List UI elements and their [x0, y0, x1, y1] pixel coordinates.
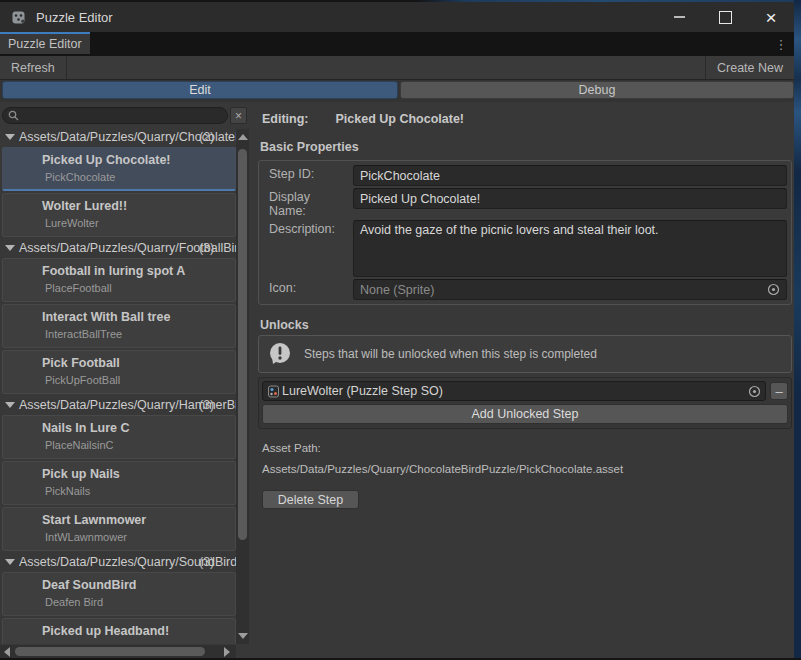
- step-id-field[interactable]: PickChocolate: [353, 165, 787, 186]
- horizontal-scroll-thumb[interactable]: [15, 647, 205, 656]
- step-card-id: PickChocolate: [45, 171, 235, 183]
- step-card-title: Deaf SoundBird: [42, 578, 235, 592]
- basic-properties-box: Step ID: PickChocolate Display Name: Pic…: [258, 160, 792, 305]
- step-card[interactable]: Deaf SoundBirdDeafen Bird: [2, 572, 236, 616]
- step-id-row: Step ID: PickChocolate: [263, 165, 787, 186]
- step-card-title: Start Lawnmower: [42, 513, 235, 527]
- step-id-label: Step ID:: [263, 165, 349, 186]
- title-bar[interactable]: Puzzle Editor ×: [0, 2, 794, 32]
- minimize-button[interactable]: [656, 2, 702, 32]
- step-card-id: PlaceFootball: [45, 282, 235, 294]
- unlocks-list-box: LureWolter (Puzzle Step SO) – Add Unlock…: [258, 377, 792, 429]
- add-unlocked-step-button[interactable]: Add Unlocked Step: [262, 404, 788, 424]
- step-card-id: InteractBallTree: [45, 328, 235, 340]
- display-name-label: Display Name:: [263, 188, 349, 218]
- create-new-button[interactable]: Create New: [706, 56, 794, 79]
- unlocks-help-box: Steps that will be unlocked when this st…: [258, 335, 792, 373]
- group-count: (2): [199, 130, 214, 144]
- search-field[interactable]: [2, 107, 228, 124]
- close-button[interactable]: ×: [748, 2, 794, 32]
- icon-object-value: None (Sprite): [360, 283, 434, 297]
- display-name-field[interactable]: Picked Up Chocolate!: [353, 188, 787, 209]
- window-controls: ×: [656, 2, 794, 32]
- step-card-title: Football in luring spot A: [42, 264, 235, 278]
- search-row: ×: [0, 107, 250, 125]
- step-card-id: PlaceNailsinC: [45, 439, 235, 451]
- group-header[interactable]: Assets/Data/Puzzles/Quarry/HammerBirdPuz…: [0, 396, 236, 414]
- step-card-title: Picked up Headband!: [42, 624, 235, 638]
- search-input[interactable]: [23, 108, 217, 124]
- step-card[interactable]: Football in luring spot APlaceFootball: [2, 258, 236, 302]
- vertical-scroll-thumb[interactable]: [238, 149, 247, 540]
- refresh-button[interactable]: Refresh: [0, 56, 66, 79]
- remove-unlocked-step-button[interactable]: –: [770, 382, 788, 400]
- asset-path-value: Assets/Data/Puzzles/Quarry/ChocolateBird…: [262, 463, 794, 476]
- foldout-open-icon[interactable]: [5, 559, 15, 565]
- puzzle-editor-window: Puzzle Editor × Puzzle Editor ⋮ Refresh …: [0, 0, 801, 660]
- minimize-icon: [674, 16, 685, 18]
- group-header[interactable]: Assets/Data/Puzzles/Quarry/ChocolateBird…: [0, 128, 236, 146]
- object-picker-icon[interactable]: [748, 385, 761, 398]
- list-vertical-scrollbar[interactable]: [236, 129, 249, 644]
- step-card[interactable]: Interact With Ball treeInteractBallTree: [2, 304, 236, 348]
- delete-step-button[interactable]: Delete Step: [262, 490, 359, 509]
- group-header[interactable]: Assets/Data/Puzzles/Quarry/SoundBirdPuzz…: [0, 553, 236, 571]
- unlocked-step-name: LureWolter (Puzzle Step SO): [282, 384, 443, 398]
- list-horizontal-scrollbar[interactable]: [0, 645, 236, 658]
- tab-debug[interactable]: Debug: [400, 81, 794, 99]
- step-card-title: Wolter Lured!!: [42, 199, 235, 213]
- search-clear-button[interactable]: ×: [230, 107, 247, 124]
- step-card-id: IntWLawnmower: [45, 531, 235, 543]
- step-card[interactable]: Start LawnmowerIntWLawnmower: [2, 507, 236, 551]
- step-card-id: PickNails: [45, 485, 235, 497]
- basic-properties-title: Basic Properties: [260, 140, 794, 155]
- group-count: (3): [199, 398, 214, 412]
- description-field[interactable]: Avoid the gaze of the picnic lovers and …: [353, 220, 787, 277]
- step-list-sidebar: × Assets/Data/Puzzles/Quarry/ChocolateBi…: [0, 102, 250, 658]
- unlocked-step-object-field[interactable]: LureWolter (Puzzle Step SO): [262, 381, 766, 401]
- scroll-left-icon[interactable]: [4, 647, 10, 657]
- scroll-right-icon[interactable]: [224, 647, 230, 657]
- step-editor-panel: Editing: Picked Up Chocolate! Basic Prop…: [250, 102, 794, 658]
- maximize-icon: [719, 11, 732, 24]
- group-count: (3): [199, 555, 214, 569]
- mode-tabs: Edit Debug: [0, 80, 794, 102]
- info-icon: [267, 341, 294, 368]
- scroll-down-icon[interactable]: [238, 633, 248, 639]
- step-card[interactable]: Pick up NailsPickNails: [2, 461, 236, 505]
- foldout-open-icon[interactable]: [5, 245, 15, 251]
- editing-label: Editing:: [262, 112, 309, 127]
- step-card-title: Nails In Lure C: [42, 421, 235, 435]
- toolbar-separator: [66, 56, 67, 79]
- icon-object-field[interactable]: None (Sprite): [353, 279, 787, 300]
- icon-row: Icon: None (Sprite): [263, 279, 787, 300]
- desktop-edge-right: [794, 0, 801, 660]
- step-card[interactable]: Wolter Lured!!LureWolter: [2, 193, 236, 237]
- object-picker-icon[interactable]: [767, 283, 780, 296]
- tab-puzzle-editor[interactable]: Puzzle Editor: [0, 32, 90, 54]
- unlocks-title: Unlocks: [260, 318, 794, 333]
- tab-context-menu-icon[interactable]: ⋮: [768, 32, 794, 56]
- step-card-title: Pick Football: [42, 356, 235, 370]
- window-title: Puzzle Editor: [36, 10, 113, 25]
- group-header[interactable]: Assets/Data/Puzzles/Quarry/FootballBirdP…: [0, 239, 236, 257]
- editing-row: Editing: Picked Up Chocolate!: [262, 112, 794, 127]
- step-card[interactable]: Pick FootballPickUpFootBall: [2, 350, 236, 394]
- description-label: Description:: [263, 220, 349, 277]
- maximize-button[interactable]: [702, 2, 748, 32]
- tab-edit[interactable]: Edit: [2, 81, 398, 99]
- step-card[interactable]: Nails In Lure CPlaceNailsinC: [2, 415, 236, 459]
- foldout-open-icon[interactable]: [5, 134, 15, 140]
- step-card-title: Interact With Ball tree: [42, 310, 235, 324]
- group-count: (3): [199, 241, 214, 255]
- unity-cube-icon: [11, 9, 27, 25]
- scriptable-object-icon: [267, 385, 280, 398]
- step-card-title: Pick up Nails: [42, 467, 235, 481]
- search-icon: [8, 110, 19, 121]
- unlocks-help-text: Steps that will be unlocked when this st…: [304, 347, 597, 361]
- scroll-up-icon[interactable]: [238, 134, 248, 140]
- foldout-open-icon[interactable]: [5, 402, 15, 408]
- step-card[interactable]: Picked up Headband!: [2, 618, 236, 644]
- step-card[interactable]: Picked Up Chocolate!PickChocolate: [2, 147, 236, 191]
- step-card-id: Deafen Bird: [45, 596, 235, 608]
